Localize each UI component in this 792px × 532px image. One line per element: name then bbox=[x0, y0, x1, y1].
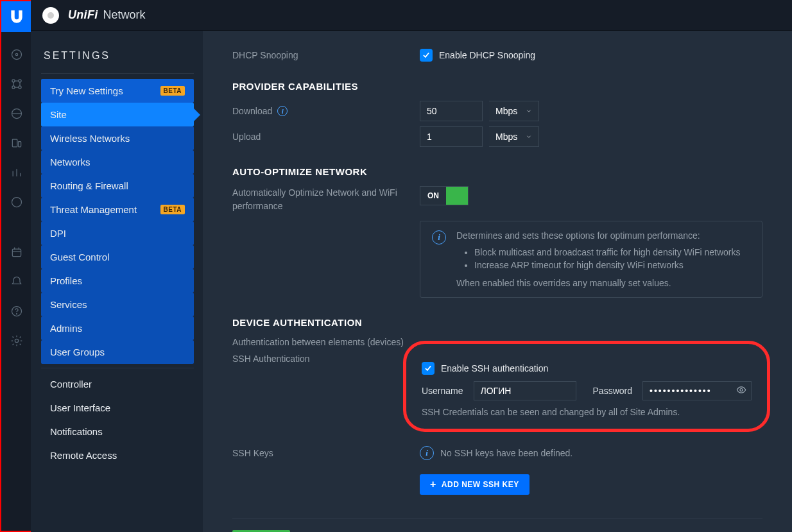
sidebar-item-label: Try New Settings bbox=[50, 85, 123, 96]
auto-optimize-toggle[interactable]: ON bbox=[420, 186, 469, 205]
svg-rect-10 bbox=[12, 249, 21, 257]
beta-badge: BETA bbox=[160, 205, 185, 214]
ssh-credentials-note: SSH Credentials can be seen and changed … bbox=[422, 407, 752, 417]
sidebar-item-site[interactable]: Site bbox=[41, 103, 194, 126]
sidebar-item-wireless-networks[interactable]: Wireless Networks bbox=[41, 126, 194, 150]
sidebar-item-routing-firewall[interactable]: Routing & Firewall bbox=[41, 174, 194, 198]
svg-point-2 bbox=[12, 80, 14, 82]
auto-optimize-label: Automatically Optimize Network and WiFi … bbox=[232, 186, 420, 213]
svg-point-4 bbox=[12, 86, 14, 89]
sidebar-item-label: Wireless Networks bbox=[50, 133, 130, 144]
sidebar-item-label: Controller bbox=[50, 379, 92, 390]
info-icon[interactable]: i bbox=[277, 106, 288, 116]
chevron-down-icon bbox=[526, 133, 532, 140]
sidebar-item-label: Threat Management bbox=[50, 204, 137, 215]
download-unit-select[interactable]: Mbps bbox=[489, 101, 539, 121]
upload-unit-select[interactable]: Mbps bbox=[489, 126, 539, 147]
ssh-password-label: Password bbox=[593, 386, 632, 396]
nav-help-icon[interactable] bbox=[1, 296, 32, 326]
provider-capabilities-title: PROVIDER CAPABILITIES bbox=[232, 81, 762, 92]
ssh-auth-label: SSH Authentication bbox=[232, 354, 310, 364]
sidebar-item-remote-access[interactable]: Remote Access bbox=[41, 443, 194, 467]
info-bullet-2: Increase ARP timeout for high density Wi… bbox=[474, 260, 750, 270]
sidebar-item-profiles[interactable]: Profiles bbox=[41, 269, 194, 293]
nav-settings-icon[interactable] bbox=[1, 326, 32, 356]
sidebar-item-label: Networks bbox=[50, 157, 90, 167]
sidebar-item-label: Routing & Firewall bbox=[50, 180, 128, 191]
sidebar-item-user-groups[interactable]: User Groups bbox=[41, 340, 194, 364]
sidebar-item-guest-control[interactable]: Guest Control bbox=[41, 245, 194, 269]
product-name: Network bbox=[103, 8, 146, 22]
sidebar-item-label: Profiles bbox=[50, 275, 82, 286]
section-divider bbox=[232, 518, 762, 519]
network-logo-icon bbox=[42, 7, 59, 24]
dhcp-snooping-cb-label: Enable DHCP Snooping bbox=[439, 50, 535, 60]
sidebar-item-admins[interactable]: Admins bbox=[41, 316, 194, 340]
toggle-handle bbox=[446, 187, 468, 205]
settings-content[interactable]: DHCP Snooping Enable DHCP Snooping PROVI… bbox=[203, 31, 792, 532]
nav-dashboard-icon[interactable] bbox=[1, 40, 32, 69]
svg-point-13 bbox=[15, 339, 18, 342]
sidebar-item-threat-management[interactable]: Threat ManagementBETA bbox=[41, 198, 194, 221]
plus-icon: + bbox=[430, 481, 436, 488]
svg-point-0 bbox=[12, 50, 21, 60]
sidebar-item-label: User Interface bbox=[50, 402, 110, 413]
dhcp-snooping-checkbox[interactable] bbox=[420, 49, 433, 62]
svg-point-3 bbox=[18, 80, 21, 82]
chevron-down-icon bbox=[526, 108, 532, 114]
nav-alerts-icon[interactable] bbox=[1, 267, 32, 296]
check-icon bbox=[422, 51, 431, 60]
upload-input[interactable] bbox=[420, 126, 483, 147]
download-input[interactable] bbox=[420, 101, 483, 121]
svg-point-5 bbox=[18, 86, 21, 89]
sidebar-item-user-interface[interactable]: User Interface bbox=[41, 396, 194, 420]
dhcp-snooping-label: DHCP Snooping bbox=[232, 50, 420, 60]
info-lead: Determines and sets these options for op… bbox=[456, 230, 750, 241]
sidebar-item-networks[interactable]: Networks bbox=[41, 150, 194, 174]
info-icon: i bbox=[420, 446, 434, 460]
svg-rect-7 bbox=[12, 139, 17, 147]
nav-topology-icon[interactable] bbox=[1, 69, 32, 99]
sidebar-item-services[interactable]: Services bbox=[41, 293, 194, 316]
device-auth-desc: Authentication between elements (devices… bbox=[232, 337, 404, 347]
svg-point-14 bbox=[740, 389, 743, 391]
app-icon-strip bbox=[1, 1, 32, 531]
svg-rect-8 bbox=[18, 142, 21, 147]
eye-icon bbox=[736, 385, 746, 395]
ssh-password-input[interactable] bbox=[642, 381, 752, 400]
sidebar-item-label: Notifications bbox=[50, 426, 103, 437]
ubiquiti-logo-icon bbox=[8, 8, 25, 25]
sidebar-item-controller[interactable]: Controller bbox=[41, 372, 194, 396]
svg-point-12 bbox=[16, 314, 17, 314]
brand-name: UniFi bbox=[68, 8, 98, 22]
password-visibility-toggle[interactable] bbox=[736, 385, 746, 397]
download-label: Download bbox=[232, 106, 272, 116]
svg-point-1 bbox=[15, 53, 17, 55]
ssh-username-input[interactable] bbox=[474, 381, 576, 400]
ssh-auth-checkbox[interactable] bbox=[422, 362, 435, 375]
sidebar-item-label: Guest Control bbox=[50, 252, 110, 262]
settings-title: SETTINGS bbox=[44, 50, 191, 62]
settings-sidebar: SETTINGS Try New SettingsBETASiteWireles… bbox=[31, 31, 203, 532]
sidebar-item-dpi[interactable]: DPI bbox=[41, 221, 194, 245]
brand-tile[interactable] bbox=[1, 1, 32, 32]
device-auth-title: DEVICE AUTHENTICATION bbox=[232, 317, 762, 328]
check-icon bbox=[424, 364, 433, 373]
sidebar-item-label: Remote Access bbox=[50, 450, 117, 461]
sidebar-item-label: User Groups bbox=[50, 347, 105, 357]
nav-stats-icon[interactable] bbox=[1, 158, 32, 187]
svg-point-9 bbox=[12, 198, 21, 207]
sidebar-item-notifications[interactable]: Notifications bbox=[41, 420, 194, 443]
auto-optimize-title: AUTO-OPTIMIZE NETWORK bbox=[232, 166, 762, 177]
nav-events-icon[interactable] bbox=[1, 237, 32, 267]
sidebar-item-label: DPI bbox=[50, 228, 66, 239]
sidebar-item-try-new-settings[interactable]: Try New SettingsBETA bbox=[41, 79, 194, 103]
sidebar-item-label: Admins bbox=[50, 323, 82, 334]
sidebar-item-label: Site bbox=[50, 109, 67, 120]
nav-devices-icon[interactable] bbox=[1, 128, 32, 158]
beta-badge: BETA bbox=[160, 86, 185, 96]
nav-map-icon[interactable] bbox=[1, 99, 32, 128]
nav-insights-icon[interactable] bbox=[1, 187, 32, 217]
ssh-keys-empty: No SSH keys have been defined. bbox=[440, 448, 572, 458]
add-ssh-key-button[interactable]: + ADD NEW SSH KEY bbox=[420, 474, 529, 495]
